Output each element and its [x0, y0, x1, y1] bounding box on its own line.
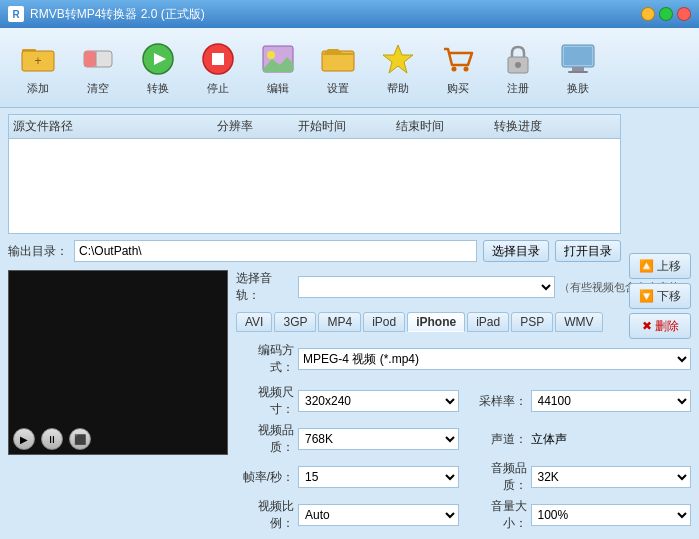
- param-select-2-right[interactable]: 32K: [531, 466, 692, 488]
- toolbar-stop-button[interactable]: 停止: [190, 34, 246, 101]
- side-buttons: 🔼 上移 🔽 下移 ✖ 删除: [629, 253, 691, 339]
- toolbar-buy-button[interactable]: 购买: [430, 34, 486, 101]
- svg-point-15: [452, 67, 457, 72]
- pause-button[interactable]: ⏸: [41, 428, 63, 450]
- param-label-2-left: 帧率/秒：: [236, 469, 294, 486]
- format-tab-ipod[interactable]: iPod: [363, 312, 405, 332]
- svg-text:+: +: [34, 54, 41, 68]
- main-area: 源文件路径 分辨率 开始时间 结束时间 转换进度 🔼 上移 🔽 下移 ✖ 删除 …: [0, 108, 699, 539]
- param-select-2-left[interactable]: 15: [298, 466, 459, 488]
- track-row: 选择音轨： （有些视频包含多个音轨）: [236, 270, 691, 304]
- title-bar: R RMVB转MP4转换器 2.0 (正式版): [0, 0, 699, 28]
- output-dir-label: 输出目录：: [8, 243, 68, 260]
- toolbar-convert-button[interactable]: 转换: [130, 34, 186, 101]
- param-label-1-right: 声道：: [469, 431, 527, 448]
- param-label-3-right: 音量大小：: [469, 498, 527, 532]
- help-label: 帮助: [387, 81, 409, 96]
- toolbar-register-button[interactable]: 注册: [490, 34, 546, 101]
- minimize-button[interactable]: [641, 7, 655, 21]
- toolbar-edit-button[interactable]: 编辑: [250, 34, 306, 101]
- format-tabs: AVI3GPMP4iPodiPhoneiPadPSPWMV: [236, 312, 691, 332]
- toolbar-add-button[interactable]: +添加: [10, 34, 66, 101]
- select-dir-button[interactable]: 选择目录: [483, 240, 549, 262]
- move-up-label: 上移: [657, 258, 681, 275]
- param-select-3-right[interactable]: 100%: [531, 504, 692, 526]
- format-tab-psp[interactable]: PSP: [511, 312, 553, 332]
- toolbar-settings-button[interactable]: 设置: [310, 34, 366, 101]
- toolbar-skin-button[interactable]: 换肤: [550, 34, 606, 101]
- param-label-1-left: 视频品质：: [236, 422, 294, 456]
- codec-label: 编码方式：: [236, 342, 294, 376]
- col-path: 源文件路径: [13, 118, 217, 135]
- track-select[interactable]: [298, 276, 555, 298]
- add-icon: +: [18, 39, 58, 79]
- clear-label: 清空: [87, 81, 109, 96]
- stop-label: 停止: [207, 81, 229, 96]
- param-grid: 视频尺寸：320x240采样率：44100视频品质：768K声道：立体声帧率/秒…: [236, 384, 691, 532]
- convert-label: 转换: [147, 81, 169, 96]
- edit-label: 编辑: [267, 81, 289, 96]
- format-tab-ipad[interactable]: iPad: [467, 312, 509, 332]
- param-select-0-right[interactable]: 44100: [531, 390, 692, 412]
- param-row-right-1: 声道：立体声: [469, 422, 692, 456]
- move-down-button[interactable]: 🔽 下移: [629, 283, 691, 309]
- edit-icon: [258, 39, 298, 79]
- format-tab-mp4[interactable]: MP4: [318, 312, 361, 332]
- delete-label: 删除: [655, 318, 679, 335]
- codec-row: 编码方式： MPEG-4 视频 (*.mp4): [236, 342, 691, 376]
- param-label-2-right: 音频品质：: [469, 460, 527, 494]
- play-button[interactable]: ▶: [13, 428, 35, 450]
- codec-select[interactable]: MPEG-4 视频 (*.mp4): [298, 348, 691, 370]
- output-path-input[interactable]: [74, 240, 477, 262]
- param-row-right-2: 音频品质：32K: [469, 460, 692, 494]
- param-select-1-left[interactable]: 768K: [298, 428, 459, 450]
- delete-button[interactable]: ✖ 删除: [629, 313, 691, 339]
- delete-icon: ✖: [642, 319, 652, 333]
- format-tab-wmv[interactable]: WMV: [555, 312, 602, 332]
- open-dir-button[interactable]: 打开目录: [555, 240, 621, 262]
- skin-label: 换肤: [567, 81, 589, 96]
- preview-box: ▶ ⏸ ⬛: [8, 270, 228, 455]
- move-up-button[interactable]: 🔼 上移: [629, 253, 691, 279]
- track-label: 选择音轨：: [236, 270, 294, 304]
- maximize-button[interactable]: [659, 7, 673, 21]
- param-label-3-left: 视频比例：: [236, 498, 294, 532]
- format-tab-3gp[interactable]: 3GP: [274, 312, 316, 332]
- up-icon: 🔼: [639, 259, 654, 273]
- format-tab-avi[interactable]: AVI: [236, 312, 272, 332]
- add-label: 添加: [27, 81, 49, 96]
- col-start: 开始时间: [298, 118, 396, 135]
- output-dir-row: 输出目录： 选择目录 打开目录: [8, 240, 621, 262]
- svg-rect-5: [84, 51, 96, 67]
- svg-point-18: [515, 62, 521, 68]
- stop-preview-button[interactable]: ⬛: [69, 428, 91, 450]
- move-down-label: 下移: [657, 288, 681, 305]
- col-end: 结束时间: [396, 118, 494, 135]
- format-tab-iphone[interactable]: iPhone: [407, 312, 465, 332]
- param-value-1-right: 立体声: [531, 431, 567, 448]
- param-select-3-left[interactable]: Auto: [298, 504, 459, 526]
- svg-rect-22: [568, 71, 588, 73]
- svg-rect-20: [564, 47, 592, 65]
- close-button[interactable]: [677, 7, 691, 21]
- col-prog: 转换进度: [494, 118, 616, 135]
- window-controls[interactable]: [641, 7, 691, 21]
- toolbar-clear-button[interactable]: 清空: [70, 34, 126, 101]
- app-icon: R: [8, 6, 24, 22]
- clear-icon: [78, 39, 118, 79]
- down-icon: 🔽: [639, 289, 654, 303]
- param-row-left-1: 视频品质：768K: [236, 422, 459, 456]
- param-select-0-left[interactable]: 320x240: [298, 390, 459, 412]
- register-label: 注册: [507, 81, 529, 96]
- param-row-right-3: 音量大小：100%: [469, 498, 692, 532]
- buy-icon: [438, 39, 478, 79]
- app-title: RMVB转MP4转换器 2.0 (正式版): [30, 6, 205, 23]
- col-res: 分辨率: [217, 118, 298, 135]
- svg-point-16: [464, 67, 469, 72]
- svg-rect-21: [572, 67, 584, 71]
- param-row-left-0: 视频尺寸：320x240: [236, 384, 459, 418]
- bottom-area: ▶ ⏸ ⬛ 选择音轨： （有些视频包含多个音轨） AVI3GPMP4iPodiP…: [8, 270, 691, 539]
- toolbar-help-button[interactable]: 帮助: [370, 34, 426, 101]
- svg-marker-14: [383, 45, 413, 73]
- stop-icon: [198, 39, 238, 79]
